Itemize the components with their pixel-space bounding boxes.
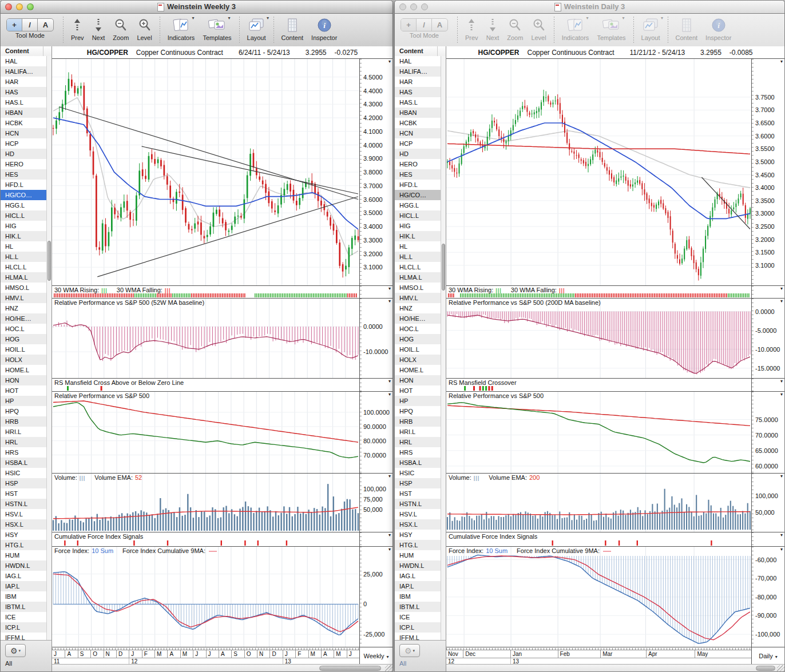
panel-disclosure-icon[interactable]: ▾ [780,474,783,479]
list-item[interactable]: HO/HE… [1,313,46,324]
list-item[interactable]: HGG.L [395,200,441,210]
list-item[interactable]: HOT [395,385,441,396]
wma-signal-panel[interactable]: 30 WMA Rising:|||30 WMA Falling:||| ▾ [52,286,392,299]
tool-trendline-button[interactable]: / [22,19,38,31]
force-index-signals-panel[interactable]: Cumulative Force Index Signals ▾ [52,532,392,547]
list-item[interactable]: HRL [1,437,46,447]
list-item[interactable]: HL [1,241,46,252]
list-item[interactable]: ICP.L [1,622,46,633]
panel-disclosure-icon[interactable]: ▾ [388,59,391,64]
resize-grip[interactable] [777,665,784,672]
list-item[interactable]: HLCL.L [1,262,46,272]
relative-performance-baseline-panel[interactable]: Relative Performance vs S&P 500 (200D MA… [446,299,784,379]
sidebar-scrollbar[interactable] [46,56,51,640]
titlebar[interactable]: Weinstein Weekly 3 [1,1,392,14]
relative-performance-panel[interactable]: Relative Performance vs S&P 500 75.00007… [446,392,784,474]
volume-plot[interactable]: Volume:|||Volume EMA:200 [446,474,751,532]
inspector-button[interactable]: i Inspector [311,17,337,41]
periodicity-dropdown[interactable]: Weekly▾ [364,653,389,659]
list-item[interactable]: HES [395,169,441,180]
list-item[interactable]: IFFM.L [395,633,441,640]
tool-trendline-button[interactable]: / [417,19,432,31]
list-item[interactable]: HAR [1,77,46,87]
list-item[interactable]: IFFM.L [1,633,46,640]
list-item[interactable]: HRL [395,437,441,447]
list-item[interactable]: HD [1,149,46,159]
tool-text-button[interactable]: A [38,19,53,31]
list-item[interactable]: HAS [395,87,441,97]
list-item[interactable]: HIK.L [1,231,46,241]
rs-plot[interactable]: Relative Performance vs S&P 500 (200D MA… [446,299,751,378]
panel-disclosure-icon[interactable]: ▾ [780,547,783,552]
list-item[interactable]: HAL [395,56,441,66]
list-item[interactable]: HFD.L [395,180,441,190]
list-item[interactable]: HOLX [395,355,441,365]
panel-disclosure-icon[interactable]: ▾ [388,474,391,479]
list-item[interactable]: HSX.L [395,519,441,530]
force-index-panel[interactable]: Force Index:10 SumForce Index Cumulative… [446,547,784,647]
mansfield-plot[interactable]: RS Mansfield Cross Above or Below Zero L… [52,379,359,391]
rp-plot[interactable]: Relative Performance vs S&P 500 [52,392,359,473]
list-item[interactable]: HOME.L [1,365,46,375]
list-item[interactable]: HOLX [1,355,46,365]
list-item[interactable]: HSBA.L [395,458,441,468]
minimize-button[interactable] [16,3,23,10]
list-item[interactable]: HERO [395,159,441,169]
list-item[interactable]: HRI.L [1,427,46,437]
list-item[interactable]: HALIFA… [395,66,441,77]
list-item[interactable]: HICL.L [1,210,46,221]
force-index-axis[interactable]: 25,0000-25,000▾ [359,547,392,647]
list-item[interactable]: HLMA.L [395,272,441,283]
price-plot[interactable] [52,59,359,285]
zoom-in-button[interactable]: Level [531,17,546,41]
mansfield-crossover-panel[interactable]: RS Mansfield Crossover ▾ [446,379,784,392]
panel-disclosure-icon[interactable]: ▾ [388,286,391,291]
panel-axis[interactable]: ▾ [751,286,784,298]
panel-axis[interactable]: ▾ [359,532,392,546]
list-item[interactable]: HP [395,396,441,406]
window-0[interactable]: Weinstein Weekly 3 + / A Tool Mode Prev … [0,0,393,672]
list-item[interactable]: HCP [395,138,441,149]
panel-axis[interactable]: ▾ [751,532,784,546]
mansfield-plot[interactable]: RS Mansfield Crossover [446,379,751,391]
price-axis[interactable]: 4.50004.40004.30004.20004.10004.00003.90… [359,59,392,285]
list-item[interactable]: HUM [1,550,46,560]
list-item[interactable]: HSP [1,478,46,488]
volume-panel[interactable]: Volume:|||Volume EMA:200 100,00050,000▾ [446,474,784,532]
rs-plot[interactable]: Relative Performance vs S&P 500 (52W MA … [52,299,359,378]
rs-axis[interactable]: 0.0000-5.0000-10.0000-15.0000▾ [751,299,784,378]
list-item[interactable]: HBAN [395,108,441,118]
action-menu-button[interactable]: ⚙▾ [5,644,26,657]
list-item[interactable]: HWDN.L [1,560,46,571]
maximize-button[interactable] [27,3,34,10]
list-item[interactable]: ICE [1,612,46,622]
list-item[interactable]: HST [395,488,441,499]
resize-grip[interactable] [385,665,392,672]
horizontal-scrollbar-thumb[interactable] [756,666,775,671]
price-panel[interactable]: 4.50004.40004.30004.20004.10004.00003.90… [52,59,392,286]
list-item[interactable]: HSTN.L [395,499,441,509]
time-axis[interactable]: NovDecJanFebMarAprMay 1213 Daily▾ [446,647,784,664]
prev-button[interactable]: Prev [71,17,84,41]
list-item[interactable]: IBTM.L [1,602,46,612]
list-item[interactable]: HO/HE… [395,313,441,324]
list-item[interactable]: HAR [395,77,441,87]
relative-performance-baseline-panel[interactable]: Relative Performance vs S&P 500 (52W MA … [52,299,392,379]
list-item[interactable]: HOG [1,334,46,344]
list-item[interactable]: IBM [395,591,441,602]
list-item[interactable]: HRI.L [395,427,441,437]
list-item[interactable]: HRS [395,447,441,458]
relative-performance-panel[interactable]: Relative Performance vs S&P 500 100.0000… [52,392,392,474]
list-item[interactable]: HON [395,375,441,385]
wma-signal-plot[interactable]: 30 WMA Rising:|||30 WMA Falling:||| [446,286,751,298]
force-index-plot[interactable]: Force Index:10 SumForce Index Cumulative… [52,547,359,647]
list-item[interactable]: HL.L [395,252,441,262]
list-item[interactable]: HTG.L [1,540,46,550]
panel-disclosure-icon[interactable]: ▾ [388,299,391,304]
list-item[interactable]: HCBK [1,118,46,128]
list-item[interactable]: HOG [395,334,441,344]
horizontal-scrollbar[interactable] [52,664,392,672]
periodicity-dropdown[interactable]: Daily▾ [759,653,777,659]
time-axis[interactable]: JASONDJFMAMJJASONDJFMAMJ 111213 Weekly▾ [52,647,392,664]
list-item[interactable]: HALIFA… [1,66,46,77]
